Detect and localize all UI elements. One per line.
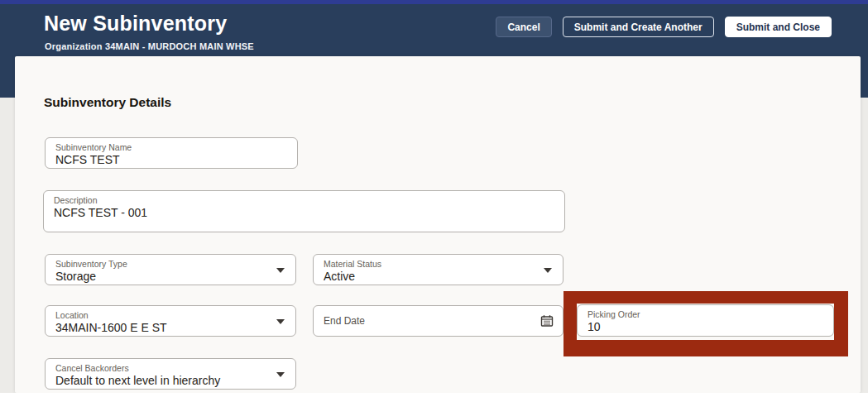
submit-and-create-another-button[interactable]: Submit and Create Another bbox=[563, 17, 714, 37]
section-title: Subinventory Details bbox=[44, 95, 171, 110]
cancel-backorders-label: Cancel Backorders bbox=[55, 363, 267, 373]
material-status-label: Material Status bbox=[324, 259, 535, 269]
header-actions: Cancel Submit and Create Another Submit … bbox=[496, 17, 832, 37]
material-status-value: Active bbox=[324, 270, 535, 284]
picking-order-field[interactable]: Picking Order 10 bbox=[577, 304, 834, 337]
picking-order-label: Picking Order bbox=[587, 309, 805, 319]
description-label: Description bbox=[54, 195, 536, 205]
end-date-field[interactable]: End Date bbox=[313, 305, 563, 337]
content-panel: Subinventory Details Subinventory Name N… bbox=[15, 56, 861, 393]
caret-down-icon[interactable] bbox=[276, 268, 285, 273]
picking-order-value: 10 bbox=[587, 320, 805, 334]
location-value: 34MAIN-1600 E E ST bbox=[55, 321, 267, 335]
page-title: New Subinventory bbox=[44, 12, 227, 36]
end-date-label: End Date bbox=[324, 316, 365, 326]
cancel-backorders-dropdown[interactable]: Cancel Backorders Default to next level … bbox=[45, 358, 296, 390]
material-status-dropdown[interactable]: Material Status Active bbox=[313, 254, 563, 285]
subinventory-type-dropdown[interactable]: Subinventory Type Storage bbox=[45, 254, 296, 285]
location-dropdown[interactable]: Location 34MAIN-1600 E E ST bbox=[45, 305, 296, 337]
description-field[interactable]: Description NCFS TEST - 001 bbox=[43, 190, 565, 232]
caret-down-icon[interactable] bbox=[276, 319, 285, 324]
caret-down-icon[interactable] bbox=[544, 268, 552, 273]
screenshot-bottom-edge bbox=[0, 393, 868, 397]
subinventory-name-field[interactable]: Subinventory Name NCFS TEST bbox=[45, 137, 298, 169]
location-label: Location bbox=[55, 310, 267, 320]
submit-and-close-button[interactable]: Submit and Close bbox=[725, 17, 832, 37]
subinventory-name-value: NCFS TEST bbox=[55, 153, 269, 167]
description-value: NCFS TEST - 001 bbox=[54, 206, 536, 220]
subinventory-type-value: Storage bbox=[55, 270, 267, 284]
cancel-backorders-value: Default to next level in hierarchy bbox=[55, 374, 267, 388]
subinventory-name-label: Subinventory Name bbox=[55, 142, 269, 152]
organization-subtitle: Organization 34MAIN - MURDOCH MAIN WHSE bbox=[45, 41, 254, 51]
calendar-icon[interactable] bbox=[540, 313, 554, 328]
caret-down-icon[interactable] bbox=[276, 372, 285, 377]
cancel-button[interactable]: Cancel bbox=[496, 17, 551, 37]
subinventory-type-label: Subinventory Type bbox=[55, 259, 267, 269]
